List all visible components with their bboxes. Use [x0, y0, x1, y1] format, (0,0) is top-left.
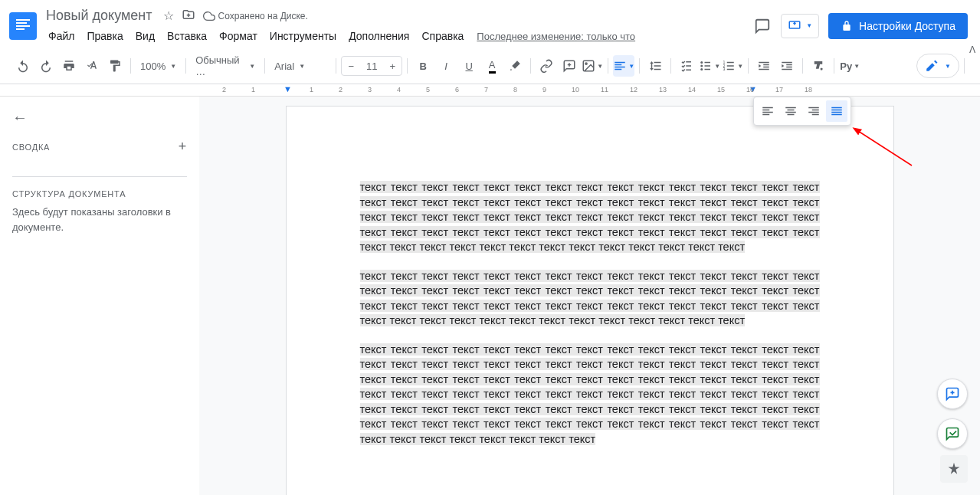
ruler-tick: 8: [513, 86, 517, 93]
menu-edit[interactable]: Правка: [81, 27, 128, 45]
star-icon[interactable]: ☆: [163, 8, 174, 23]
ruler[interactable]: ▼ ▼ 21123456789101112131415161718: [0, 84, 980, 97]
ruler-tick: 15: [717, 86, 725, 93]
bold-button[interactable]: B: [412, 55, 434, 77]
menu-format[interactable]: Формат: [214, 27, 263, 45]
italic-button[interactable]: I: [435, 55, 457, 77]
add-comment-float-button[interactable]: [937, 379, 968, 409]
text-color-button[interactable]: A: [481, 55, 503, 77]
input-tools-button[interactable]: Рy▼: [839, 55, 860, 77]
svg-point-4: [700, 65, 703, 67]
outline-sidebar: ← СВОДКА + СТРУКТУРА ДОКУМЕНТА Здесь буд…: [0, 97, 199, 495]
ruler-tick: 17: [775, 86, 783, 93]
menu-addons[interactable]: Дополнения: [343, 27, 415, 45]
docs-logo[interactable]: [9, 12, 37, 40]
svg-point-2: [585, 63, 587, 64]
svg-point-3: [700, 61, 703, 64]
pencil-icon: [925, 59, 939, 73]
outline-placeholder: Здесь будут показаны заголовки в докумен…: [12, 205, 187, 234]
ruler-tick: 7: [484, 86, 488, 93]
paragraph-3[interactable]: текст текст текст текст текст текст текс…: [360, 343, 820, 447]
insert-comment-button[interactable]: [559, 55, 580, 77]
insert-link-button[interactable]: [536, 55, 557, 77]
zoom-select[interactable]: 100%▼: [136, 57, 181, 75]
font-size-decrease[interactable]: −: [342, 57, 360, 75]
menu-file[interactable]: Файл: [43, 27, 80, 45]
present-button[interactable]: ▼: [781, 14, 819, 38]
summary-heading: СВОДКА: [12, 143, 50, 152]
font-size-input[interactable]: [360, 61, 383, 72]
menubar: Файл Правка Вид Вставка Формат Инструмен…: [43, 27, 747, 45]
checklist-button[interactable]: [676, 55, 697, 77]
insert-image-button[interactable]: ▼: [582, 55, 603, 77]
paragraph-2[interactable]: текст текст текст текст текст текст текс…: [360, 269, 820, 329]
app-header: Новый документ ☆ Сохранено на Диске. Фай…: [0, 0, 980, 48]
svg-text:3: 3: [723, 67, 726, 71]
ruler-tick: 1: [310, 86, 313, 93]
font-size-increase[interactable]: +: [383, 57, 402, 75]
share-button[interactable]: Настройки Доступа: [828, 13, 968, 39]
ruler-tick: 4: [397, 86, 401, 93]
align-center-option[interactable]: [780, 100, 801, 122]
spellcheck-button[interactable]: [81, 55, 103, 77]
font-size-group: − +: [341, 56, 402, 76]
align-button[interactable]: ▼: [613, 55, 634, 77]
decrease-indent-button[interactable]: [753, 55, 775, 77]
floating-buttons: [937, 379, 968, 449]
align-right-option[interactable]: [803, 100, 824, 122]
document-canvas[interactable]: текст текст текст текст текст текст текс…: [199, 97, 980, 495]
outline-heading: СТРУКТУРА ДОКУМЕНТА: [12, 189, 126, 198]
menu-insert[interactable]: Вставка: [162, 27, 212, 45]
ruler-tick: 2: [222, 86, 226, 93]
svg-point-5: [700, 68, 703, 70]
collapse-toolbar-icon[interactable]: ᐱ: [969, 44, 975, 55]
comment-history-icon[interactable]: [753, 17, 772, 35]
present-icon: [788, 19, 801, 33]
sidebar-back-icon[interactable]: ←: [12, 109, 187, 126]
indent-marker-icon[interactable]: ▼: [284, 84, 292, 93]
ruler-tick: 11: [601, 86, 608, 93]
paint-format-button[interactable]: [104, 55, 126, 77]
add-summary-icon[interactable]: +: [179, 139, 187, 155]
lock-icon: [841, 20, 853, 32]
bulleted-list-button[interactable]: ▼: [699, 55, 720, 77]
toolbar: 100%▼ Обычный …▼ Arial▼ − + B I U A ▼ ▼ …: [0, 48, 980, 84]
menu-view[interactable]: Вид: [130, 27, 160, 45]
paragraph-1[interactable]: текст текст текст текст текст текст текс…: [360, 180, 820, 255]
ruler-tick: 2: [339, 86, 343, 93]
underline-button[interactable]: U: [458, 55, 480, 77]
editing-mode-button[interactable]: ▼: [916, 54, 959, 78]
redo-button[interactable]: [35, 55, 57, 77]
ruler-tick: 16: [746, 86, 754, 93]
menu-help[interactable]: Справка: [416, 27, 469, 45]
ruler-tick: 14: [688, 86, 696, 93]
document-page[interactable]: текст текст текст текст текст текст текс…: [286, 106, 894, 495]
ruler-tick: 6: [455, 86, 459, 93]
paragraph-style-select[interactable]: Обычный …▼: [191, 51, 260, 80]
last-modified-link[interactable]: Последнее изменение: только что: [477, 31, 635, 42]
font-select[interactable]: Arial▼: [270, 57, 331, 75]
undo-button[interactable]: [12, 55, 34, 77]
highlight-color-button[interactable]: [504, 55, 526, 77]
ruler-tick: 13: [659, 86, 667, 93]
print-button[interactable]: [58, 55, 80, 77]
suggest-edits-float-button[interactable]: [937, 418, 968, 449]
move-folder-icon[interactable]: [182, 8, 195, 25]
ruler-tick: 12: [630, 86, 637, 93]
ruler-tick: 1: [251, 86, 255, 93]
ruler-tick: 18: [805, 86, 812, 93]
ruler-tick: 3: [368, 86, 372, 93]
svg-line-9: [858, 131, 912, 166]
line-spacing-button[interactable]: [644, 55, 666, 77]
align-justify-option[interactable]: [826, 100, 847, 122]
align-left-option[interactable]: [757, 100, 778, 122]
increase-indent-button[interactable]: [776, 55, 798, 77]
explore-button[interactable]: [940, 455, 968, 483]
document-title[interactable]: Новый документ: [43, 6, 156, 25]
numbered-list-button[interactable]: 123▼: [722, 55, 743, 77]
cloud-icon: [203, 10, 215, 22]
chevron-down-icon: ▼: [806, 22, 812, 29]
menu-tools[interactable]: Инструменты: [264, 27, 342, 45]
clear-formatting-button[interactable]: [808, 55, 829, 77]
save-status: Сохранено на Диске.: [203, 10, 308, 22]
